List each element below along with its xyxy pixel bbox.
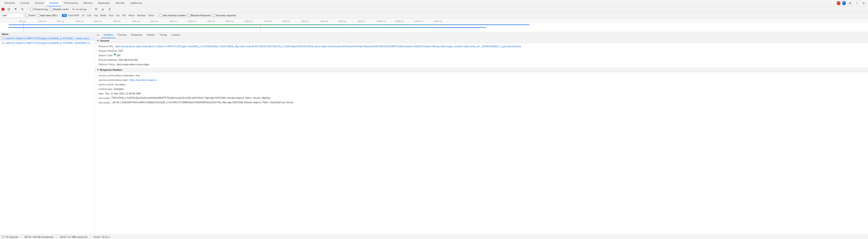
request-method-row: Request Method: GET — [98, 48, 864, 53]
filter-other[interactable]: Other — [147, 14, 155, 17]
hide-data-urls-label[interactable]: Hide data URLs — [37, 14, 58, 17]
status-transferred: 287 B / 426 kB transferred — [24, 236, 53, 238]
header-key-2: cache-control: — [98, 83, 114, 86]
tab-timing[interactable]: Timing — [157, 32, 169, 38]
tab-console[interactable]: Console — [18, 0, 32, 6]
request-checkbox-1[interactable] — [2, 41, 4, 44]
status-finish: Finish: 10.15 s — [94, 236, 110, 238]
tab-sources[interactable]: Sources — [32, 0, 46, 6]
third-party-requests-checkbox[interactable] — [212, 14, 215, 17]
clear-button[interactable] — [6, 7, 11, 11]
import-button[interactable] — [100, 7, 105, 11]
timeline-area: 500 ms 1000 ms 1500 ms 2000 ms 2500 ms 3… — [0, 19, 868, 32]
filter-doc[interactable]: Doc — [115, 14, 121, 17]
response-headers-title: Response Headers — [100, 68, 122, 71]
filter-css[interactable]: CSS — [86, 14, 93, 17]
has-blocked-cookies-label[interactable]: Has blocked cookies — [159, 14, 186, 17]
header-key-5: set-cookie: — [98, 96, 111, 100]
filter-wasm[interactable]: Wasm — [127, 14, 136, 17]
close-detail-button[interactable]: ✕ — [96, 33, 100, 37]
header-val-1: https://wp-demo.stape.io — [129, 78, 157, 82]
request-url-row: Request URL: https://ss.wp-demo.stape.io… — [98, 44, 864, 48]
wifi-button[interactable] — [94, 7, 98, 11]
badge-blue: 3 — [842, 1, 846, 5]
network-toolbar: Preserve log Disable cache No throttling… — [0, 6, 868, 13]
close-devtools-button[interactable] — [861, 1, 866, 5]
export-button[interactable] — [107, 7, 112, 11]
tab-elements[interactable]: Elements — [2, 0, 18, 6]
tab-application[interactable]: Application — [95, 0, 113, 6]
throttling-select[interactable]: No throttling ▾ — [70, 7, 88, 11]
search-input[interactable]: coll — [1, 13, 24, 18]
tab-memory[interactable]: Memory — [81, 0, 95, 6]
tab-preview[interactable]: Preview — [116, 32, 129, 38]
response-header-row-5: set-cookie: FPID=FPID2.2.%2FE4LiEejCKwGL… — [98, 96, 864, 100]
tab-lighthouse[interactable]: Lighthouse — [127, 0, 145, 6]
preserve-log-label[interactable]: Preserve log — [30, 8, 48, 11]
detail-tabs: ✕ Headers Preview Response Initiator Tim… — [95, 32, 868, 38]
remote-address-row: Remote Address: 104.198.8.50:443 — [98, 58, 864, 62]
filter-button[interactable] — [13, 7, 18, 11]
disable-cache-label[interactable]: Disable cache — [50, 8, 69, 11]
invert-label[interactable]: Invert — [25, 14, 35, 17]
referrer-policy-value: strict-origin-when-cross-origin — [117, 63, 149, 66]
tab-response[interactable]: Response — [129, 32, 145, 38]
response-header-row-6: set-cookie: _fbc=fb.1.1635264974019.IwAR… — [98, 100, 864, 105]
filter-fetch-xhr[interactable]: Fetch/XHR — [67, 14, 80, 17]
request-method-value: GET — [119, 49, 124, 53]
response-headers-content: access-control-allow-credentials: true a… — [95, 72, 868, 106]
more-button[interactable] — [855, 1, 860, 5]
blocked-requests-checkbox[interactable] — [187, 14, 190, 17]
request-row[interactable]: collect?v=2&tid=G-VM9YCFJZ0L&gtm=2oeb80&… — [0, 41, 95, 45]
filter-separator — [60, 13, 60, 17]
disable-cache-checkbox[interactable] — [50, 8, 53, 11]
header-key-6: set-cookie: — [98, 101, 111, 104]
invert-checkbox[interactable] — [25, 14, 28, 17]
record-button[interactable] — [1, 8, 4, 11]
request-method-label: Request Method: — [98, 49, 118, 53]
filter-img[interactable]: Img — [93, 14, 99, 17]
response-header-row-1: access-control-allow-origin: https://wp-… — [98, 78, 864, 82]
detail-panel: ✕ Headers Preview Response Initiator Tim… — [95, 32, 868, 239]
has-blocked-cookies-checkbox[interactable] — [159, 14, 162, 17]
tab-performance[interactable]: Performance — [61, 0, 81, 6]
tab-initiator[interactable]: Initiator — [145, 32, 157, 38]
timeline-ruler: 500 ms 1000 ms 1500 ms 2000 ms 2500 ms 3… — [0, 19, 868, 23]
response-headers-section-header[interactable]: ▼ Response Headers — [95, 68, 868, 72]
status-requests: 2 / 79 requests — [2, 236, 18, 238]
filter-ws[interactable]: WS — [121, 14, 127, 17]
preserve-log-checkbox[interactable] — [30, 8, 33, 11]
request-url-value[interactable]: https://ss.wp-demo.stape.io/g/collect?v=… — [115, 44, 521, 48]
tab-cookies[interactable]: Cookies — [169, 32, 183, 38]
tab-network[interactable]: Network — [47, 0, 61, 6]
header-key-1: access-control-allow-origin: — [98, 78, 129, 82]
tab-security[interactable]: Security — [113, 0, 127, 6]
filter-row: coll Invert Hide data URLs All Fetch/XHR… — [0, 13, 868, 19]
filter-js[interactable]: JS — [81, 14, 86, 17]
general-section-title: General — [100, 39, 109, 42]
header-val-0: true — [135, 74, 140, 77]
general-section-header[interactable]: ▼ General — [95, 38, 868, 43]
window-actions: 4 3 — [837, 1, 866, 5]
request-name-1[interactable]: collect?v=2&tid=G-VM9YCFJZ0L&gtm=2oeb80&… — [5, 41, 93, 44]
header-val-5: FPID=FPID2.2.%2FE4LiEejCKwGLwevIh56zt3Wq… — [112, 96, 270, 100]
request-row[interactable]: collect?v=2&tid=G-VM9YCFJZ0L&gtm=2oeb80&… — [0, 36, 95, 41]
response-header-row-4: date: Thu, 11 Nov 2021 12:36:58 GMT — [98, 91, 864, 96]
settings-button[interactable] — [848, 1, 852, 5]
filter-all[interactable]: All — [62, 14, 67, 17]
tab-headers[interactable]: Headers — [101, 32, 116, 38]
filter-font[interactable]: Font — [107, 14, 114, 17]
search-button[interactable] — [20, 7, 25, 11]
svg-point-2 — [857, 3, 857, 3]
blocked-requests-label[interactable]: Blocked Requests — [187, 14, 211, 17]
general-arrow-icon: ▼ — [97, 39, 99, 42]
response-headers-arrow-icon: ▼ — [97, 68, 99, 71]
filter-manifest[interactable]: Manifest — [136, 14, 147, 17]
filter-media[interactable]: Media — [99, 14, 107, 17]
request-checkbox-0[interactable] — [2, 37, 4, 40]
request-name-0[interactable]: collect?v=2&tid=G-VM9YCFJZ0L&gtm=2oeb80&… — [5, 37, 93, 40]
timeline-bars — [0, 23, 868, 32]
status-code-label: Status Code: — [98, 54, 113, 57]
third-party-requests-label[interactable]: 3rd-party requests — [212, 14, 236, 17]
hide-data-urls-checkbox[interactable] — [37, 14, 39, 17]
